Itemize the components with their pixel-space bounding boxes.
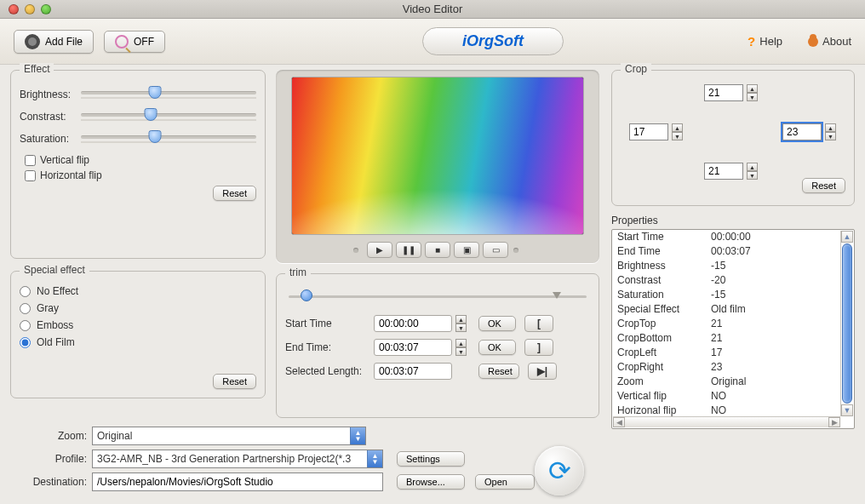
horizontal-flip-checkbox[interactable] (25, 170, 36, 181)
properties-legend: Properties (611, 215, 855, 226)
output-settings: Zoom: Original ▲▼ Profile: 3G2-AMR_NB - … (10, 422, 601, 495)
special-option-label: Gray (37, 302, 59, 314)
about-icon (808, 37, 818, 47)
properties-box: Start Time00:00:00End Time00:03:07Bright… (611, 229, 855, 429)
special-radio[interactable] (20, 303, 31, 314)
crop-reset-button[interactable]: Reset (802, 178, 845, 193)
about-link[interactable]: About (808, 35, 851, 48)
brightness-thumb[interactable] (148, 86, 161, 99)
saturation-thumb[interactable] (148, 130, 161, 143)
contrast-thumb[interactable] (145, 108, 158, 121)
effect-reset-button[interactable]: Reset (213, 186, 256, 201)
property-value: NO (706, 389, 854, 404)
vertical-flip-checkbox[interactable] (25, 155, 36, 166)
properties-table: Start Time00:00:00End Time00:03:07Bright… (612, 230, 854, 418)
fullscreen-button[interactable]: ▭ (483, 242, 508, 258)
start-time-stepper[interactable]: ▲▼ (455, 315, 467, 332)
stop-button[interactable]: ■ (425, 242, 450, 258)
special-option-gray[interactable]: Gray (20, 302, 256, 314)
about-label: About (822, 35, 851, 48)
help-link[interactable]: ? Help (748, 34, 782, 49)
special-option-old-film[interactable]: Old Film (20, 336, 256, 348)
selected-length-input[interactable] (374, 363, 452, 380)
snapshot-button[interactable]: ▣ (454, 242, 479, 258)
mark-in-button[interactable]: [ (524, 315, 553, 332)
mark-out-button[interactable]: ] (524, 339, 553, 356)
special-option-no-effect[interactable]: No Effect (20, 285, 256, 297)
start-ok-button[interactable]: OK (478, 316, 516, 331)
crop-bottom-input[interactable] (704, 163, 743, 180)
property-name: End Time (612, 244, 706, 259)
trim-slider[interactable] (289, 289, 587, 305)
zoom-value: Original (97, 430, 132, 442)
special-radio[interactable] (20, 286, 31, 297)
scroll-up-icon[interactable]: ▲ (841, 231, 853, 243)
special-option-emboss[interactable]: Emboss (20, 319, 256, 331)
crop-panel: Crop ▲▼ ▲▼ ▲▼ ▲▼ R (611, 70, 855, 206)
properties-hscrollbar[interactable]: ◀ ▶ (613, 416, 840, 427)
contrast-slider[interactable] (81, 110, 256, 123)
settings-button[interactable]: Settings (397, 451, 465, 467)
destination-input[interactable] (92, 472, 383, 491)
crop-top-stepper[interactable]: ▲▼ (747, 84, 758, 101)
pause-button[interactable]: ❚❚ (396, 242, 421, 258)
profile-label: Profile: (10, 453, 92, 465)
play-selection-button[interactable]: ▶| (528, 363, 557, 380)
special-radio[interactable] (20, 320, 31, 331)
property-row: Brightness-15 (612, 259, 854, 273)
trim-end-marker[interactable] (553, 292, 561, 299)
crop-right-stepper[interactable]: ▲▼ (825, 123, 836, 140)
logo: iOrgSoft (422, 27, 564, 55)
crop-left-input[interactable] (629, 123, 668, 140)
crop-bottom-stepper[interactable]: ▲▼ (747, 163, 758, 180)
end-time-label: End Time: (285, 341, 374, 353)
window-title: Video Editor (0, 3, 865, 15)
trim-thumb[interactable] (301, 289, 312, 301)
property-name: CropTop (612, 317, 706, 331)
property-name: CropLeft (612, 346, 706, 360)
start-time-input[interactable] (374, 315, 452, 332)
open-button[interactable]: Open (475, 474, 535, 490)
scroll-thumb[interactable] (842, 243, 852, 404)
special-effect-legend: Special effect (20, 264, 89, 276)
property-row: ZoomOriginal (612, 375, 854, 389)
destination-label: Destination: (10, 476, 92, 488)
magnifier-icon (115, 35, 129, 49)
end-time-stepper[interactable]: ▲▼ (455, 339, 467, 356)
help-label: Help (759, 35, 782, 48)
property-value: 21 (706, 317, 854, 331)
play-button[interactable]: ▶ (367, 242, 392, 258)
end-time-input[interactable] (374, 339, 452, 356)
scroll-down-icon[interactable]: ▼ (841, 404, 853, 416)
crop-left-stepper[interactable]: ▲▼ (672, 123, 683, 140)
crop-top-input[interactable] (704, 84, 743, 101)
profile-select[interactable]: 3G2-AMR_NB - 3rd Generation Partnership … (92, 450, 383, 468)
off-button[interactable]: OFF (104, 31, 165, 53)
trim-legend: trim (285, 266, 311, 278)
zoom-select[interactable]: Original ▲▼ (92, 427, 366, 445)
video-preview[interactable] (291, 77, 584, 235)
properties-panel: Properties Start Time00:00:00End Time00:… (611, 215, 855, 429)
effect-legend: Effect (20, 63, 54, 75)
special-reset-button[interactable]: Reset (213, 374, 256, 389)
special-radio[interactable] (20, 337, 31, 348)
property-name: CropBottom (612, 331, 706, 346)
property-row: CropLeft17 (612, 346, 854, 360)
scroll-right-icon[interactable]: ▶ (828, 417, 840, 427)
profile-value: 3G2-AMR_NB - 3rd Generation Partnership … (97, 453, 351, 465)
trim-reset-button[interactable]: Reset (478, 364, 519, 379)
help-icon: ? (748, 34, 755, 49)
properties-vscrollbar[interactable]: ▲ ▼ (840, 231, 853, 416)
end-ok-button[interactable]: OK (478, 340, 516, 355)
scroll-left-icon[interactable]: ◀ (613, 417, 625, 427)
property-row: Saturation-15 (612, 288, 854, 302)
saturation-slider[interactable] (81, 132, 256, 146)
property-name: Brightness (612, 259, 706, 273)
browse-button[interactable]: Browse... (397, 474, 465, 490)
crop-right-input[interactable] (782, 123, 822, 140)
property-name: Saturation (612, 288, 706, 302)
brightness-slider[interactable] (81, 88, 256, 101)
property-value: 17 (706, 346, 854, 360)
convert-button[interactable]: ⟳ (535, 446, 584, 495)
add-file-button[interactable]: Add File (14, 30, 94, 54)
